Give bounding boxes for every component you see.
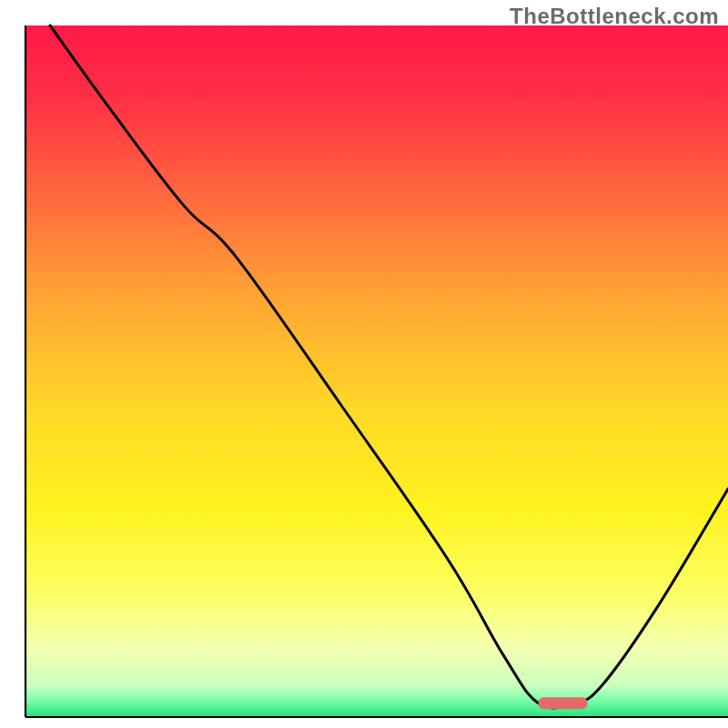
chart-svg — [0, 0, 728, 728]
watermark-text: TheBottleneck.com — [510, 4, 719, 29]
optimal-marker — [539, 697, 588, 709]
plot-background — [25, 25, 728, 717]
bottleneck-chart: TheBottleneck.com — [0, 0, 728, 728]
